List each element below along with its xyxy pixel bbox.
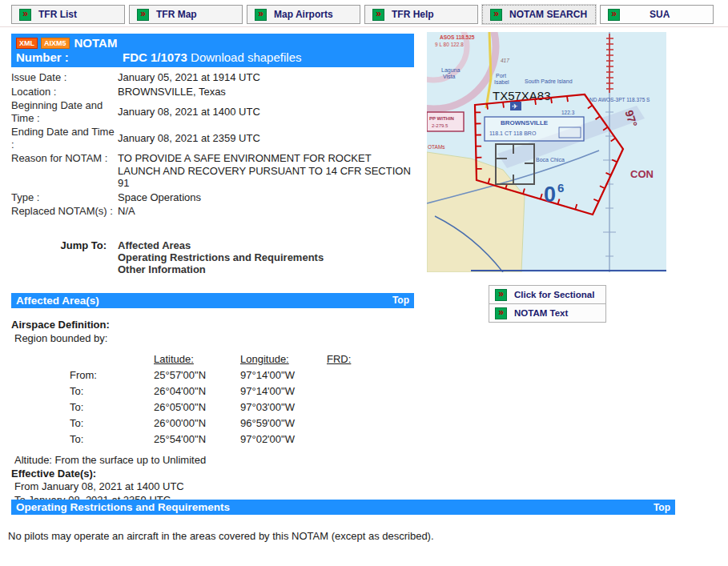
map-label: ND AWOS-3PT 118.375 S — [589, 97, 650, 102]
aixm5-badge[interactable]: AIXM5 — [41, 38, 70, 49]
effective-from-line: From January 08, 2021 at 1400 UTC — [11, 480, 414, 494]
nav-button-label: Map Airports — [274, 9, 333, 20]
jump-link-operating-restrictions[interactable]: Operating Restrictions and Requirements — [118, 251, 414, 263]
top-link[interactable]: Top — [392, 295, 409, 306]
notam-text-button[interactable]: » NOTAM Text — [489, 303, 606, 323]
double-chevron-icon: » — [19, 9, 31, 21]
region-bounded-label: Region bounded by: — [11, 332, 414, 344]
coordinate-row: From: 25°57'00"N 97°14'00"W — [58, 367, 414, 383]
map-label: CON — [630, 168, 654, 180]
restriction-text: No pilots may operate an aircraft in the… — [8, 530, 434, 542]
click-for-sectional-button[interactable]: » Click for Sectional — [489, 285, 606, 304]
double-chevron-icon: » — [372, 9, 384, 21]
jump-link-other-information[interactable]: Other Information — [118, 263, 414, 275]
map-button-group: » Click for Sectional » NOTAM Text — [489, 285, 606, 323]
field-row-type: Type : Space Operations — [11, 191, 414, 205]
section-title: Affected Area(s) — [16, 295, 99, 307]
nav-button-label: TFR Map — [156, 9, 197, 20]
map-label: Boca Chica — [536, 157, 565, 163]
field-row-ending: Ending Date and Time : January 08, 2021 … — [11, 125, 414, 151]
effective-dates-label: Effective Date(s): — [11, 468, 414, 480]
field-row-issue-date: Issue Date : January 05, 2021 at 1914 UT… — [11, 70, 414, 85]
altitude-line: Altitude: From the surface up to Unlimit… — [11, 454, 414, 466]
map-grid-number: 6 — [557, 181, 564, 195]
section-title: Operating Restrictions and Requirements — [16, 501, 230, 513]
map-label: OTAMs — [428, 144, 445, 150]
airspace-definition-section: Airspace Definition: Region bounded by: … — [11, 319, 414, 508]
field-row-replaced: Replaced NOTAM(s) : N/A — [11, 204, 414, 219]
nav-button-sua[interactable]: » SUA — [600, 5, 714, 24]
double-chevron-icon: » — [137, 9, 149, 21]
double-chevron-icon: » — [608, 9, 620, 21]
map-label: PP WITHIN — [429, 116, 454, 121]
map-label: ASOS 118.525 — [440, 34, 475, 40]
map-grid-number: 0 — [544, 183, 556, 207]
double-chevron-icon: » — [255, 9, 267, 21]
divider — [0, 26, 728, 27]
notam-title: NOTAM — [74, 36, 118, 50]
nav-button-map-airports[interactable]: » Map Airports — [247, 5, 360, 24]
notam-detail-panel: XML AIXM5 NOTAM Number : FDC 1/1073 Down… — [11, 34, 414, 508]
map-warning-box — [427, 112, 464, 131]
field-row-reason: Reason for NOTAM : TO PROVIDE A SAFE ENV… — [11, 151, 414, 191]
nav-button-label: TFR List — [38, 9, 77, 20]
top-nav: » TFR List » TFR Map » Map Airports » TF… — [11, 5, 714, 24]
map-label: 417 — [501, 58, 509, 63]
operating-restrictions-header-bar: Operating Restrictions and Requirements … — [11, 500, 675, 515]
coordinate-row: To: 26°05'00"N 97°03'00"W — [58, 399, 414, 415]
coordinate-row: To: 25°54'00"N 97°02'00"W — [58, 432, 414, 448]
nav-button-notam-search[interactable]: » NOTAM SEARCH — [482, 5, 596, 24]
coordinates-header-row: Latitude: Longitude: FRD: — [58, 351, 414, 367]
double-chevron-icon: » — [495, 289, 507, 301]
map-label: South Padre Island — [525, 78, 573, 84]
nav-button-tfr-list[interactable]: » TFR List — [11, 5, 125, 24]
map-label: 9 L 80 122.8 — [435, 42, 464, 47]
field-row-beginning: Beginning Date and Time : January 08, 20… — [11, 98, 414, 125]
map-label: 2-279.5 — [432, 123, 448, 128]
notam-number-label: Number : — [16, 50, 123, 64]
coordinates-table: Latitude: Longitude: FRD: From: 25°57'00… — [58, 351, 414, 448]
nav-button-label: NOTAM SEARCH — [509, 9, 587, 20]
nav-button-tfr-help[interactable]: » TFR Help — [364, 5, 478, 24]
jump-link-affected-areas[interactable]: Affected Areas — [118, 239, 414, 251]
map-label: 122.3 — [561, 110, 575, 115]
nav-button-label: SUA — [650, 9, 670, 20]
nav-button-tfr-map[interactable]: » TFR Map — [129, 5, 243, 24]
field-row-location: Location : BROWNSVILLE, Texas — [11, 85, 414, 99]
coordinate-row: To: 26°00'00"N 96°59'00"W — [58, 415, 414, 432]
notam-number: FDC 1/1073 — [123, 50, 187, 64]
affected-areas-header-bar: Affected Area(s) Top — [11, 293, 414, 308]
jump-to-label: Jump To: — [11, 239, 118, 275]
map-label: 118.1 CT 118 BRO — [489, 130, 537, 136]
nav-button-label: TFR Help — [392, 9, 434, 20]
coordinate-row: To: 26°04'00"N 97°14'00"W — [58, 383, 414, 399]
top-link[interactable]: Top — [654, 502, 670, 513]
map-label: Vista — [443, 74, 456, 79]
map-label: Isabel — [494, 79, 509, 85]
download-shapefiles-link[interactable]: Download shapefiles — [191, 50, 301, 64]
jump-to-section: Jump To: Affected Areas Operating Restri… — [11, 239, 414, 275]
notam-fields: Issue Date : January 05, 2021 at 1914 UT… — [11, 70, 414, 219]
map-label: Port — [496, 73, 506, 78]
double-chevron-icon: » — [495, 307, 507, 319]
map-label: Laguna — [441, 67, 460, 74]
map-label: BROWNSVILLE — [501, 119, 549, 126]
airplane-icon: ✈ — [512, 102, 518, 110]
double-chevron-icon: » — [490, 9, 502, 21]
sectional-map[interactable]: PP WITHIN 2-279.5 OTAMs ASOS 118.525 9 L… — [427, 32, 666, 272]
xml-badge[interactable]: XML — [16, 38, 38, 49]
airspace-definition-label: Airspace Definition: — [11, 319, 414, 331]
notam-header-bar: XML AIXM5 NOTAM Number : FDC 1/1073 Down… — [11, 34, 414, 67]
